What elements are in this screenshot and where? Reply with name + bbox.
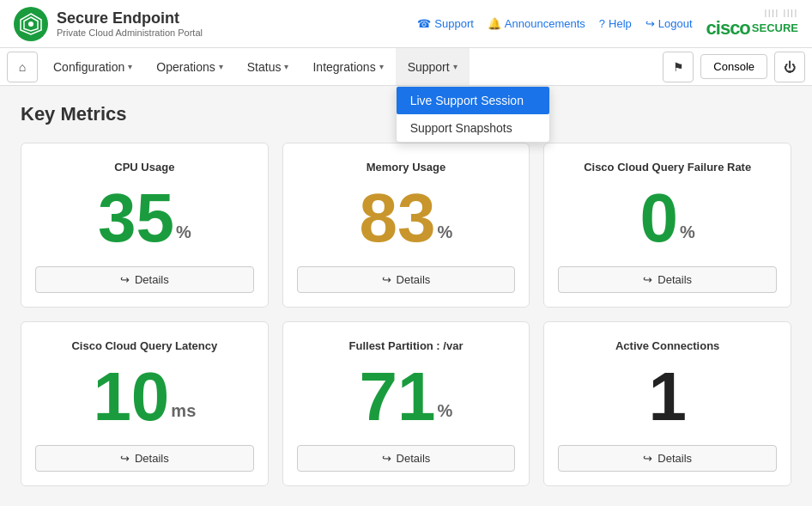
- svg-point-2: [28, 21, 33, 27]
- metric-card: Fullest Partition : /var 71 % ↪ Details: [282, 321, 530, 486]
- live-support-session-item[interactable]: Live Support Session: [397, 87, 549, 114]
- details-label: Details: [657, 452, 692, 465]
- support-dropdown: Live Support Session Support Snapshots: [396, 86, 550, 143]
- nav-operations[interactable]: Operations ▾: [144, 48, 234, 85]
- page-content: Key Metrics CPU Usage 35 % ↪ Details Mem…: [0, 86, 812, 503]
- share-icon: ↪: [382, 452, 391, 465]
- metric-title: Cisco Cloud Query Latency: [71, 339, 217, 352]
- nav-configuration[interactable]: Configuration ▾: [41, 48, 144, 85]
- metric-card: CPU Usage 35 % ↪ Details: [21, 143, 269, 308]
- metric-title: Fullest Partition : /var: [349, 339, 464, 352]
- metric-value: 1: [648, 363, 687, 431]
- metric-unit: ms: [171, 401, 196, 421]
- brand-logo: [14, 7, 48, 41]
- metric-title: Active Connections: [615, 339, 719, 352]
- flag-icon: ⚑: [673, 60, 684, 74]
- logout-link[interactable]: ↪ Logout: [645, 17, 693, 30]
- metric-value: 10: [93, 363, 169, 431]
- cisco-dots: |||| ||||: [765, 9, 798, 17]
- metric-value: 83: [360, 184, 436, 253]
- metric-unit: %: [176, 223, 191, 242]
- support-link[interactable]: ☎ Support: [417, 17, 474, 30]
- flag-button[interactable]: ⚑: [663, 52, 694, 82]
- power-button[interactable]: ⏻: [774, 52, 805, 82]
- metric-value-row: 1: [648, 363, 687, 431]
- details-button[interactable]: ↪ Details: [35, 445, 254, 472]
- share-icon: ↪: [382, 273, 391, 286]
- metric-title: Cisco Cloud Query Failure Rate: [584, 161, 751, 174]
- details-label: Details: [397, 273, 431, 286]
- brand-title: Secure Endpoint: [57, 9, 203, 27]
- nav-support[interactable]: Support ▾ Live Support Session Support S…: [396, 48, 470, 85]
- metric-title: Memory Usage: [367, 161, 445, 174]
- cisco-logo: |||| |||| cisco SECURE: [706, 9, 798, 40]
- share-icon: ↪: [120, 452, 130, 465]
- metric-card: Memory Usage 83 % ↪ Details: [282, 143, 530, 308]
- chevron-down-icon: ▾: [284, 62, 288, 71]
- metric-unit: %: [680, 223, 695, 242]
- metric-value-row: 0 %: [640, 184, 695, 253]
- metric-card: Cisco Cloud Query Latency 10 ms ↪ Detail…: [21, 321, 269, 486]
- metric-value: 0: [640, 184, 679, 253]
- logout-icon: ↪: [645, 17, 655, 30]
- power-icon: ⏻: [784, 60, 796, 74]
- share-icon: ↪: [643, 273, 652, 286]
- metric-card: Active Connections 1 ↪ Details: [543, 321, 791, 486]
- metric-value: 71: [360, 363, 436, 431]
- details-label: Details: [135, 273, 169, 286]
- chevron-down-icon: ▾: [128, 62, 132, 71]
- metric-card: Cisco Cloud Query Failure Rate 0 % ↪ Det…: [543, 143, 791, 308]
- nav-integrations[interactable]: Integrations ▾: [300, 48, 395, 85]
- details-label: Details: [397, 452, 431, 465]
- top-bar: Secure Endpoint Private Cloud Administra…: [0, 0, 812, 48]
- details-button[interactable]: ↪ Details: [558, 266, 777, 293]
- brand: Secure Endpoint Private Cloud Administra…: [14, 7, 203, 41]
- support-snapshots-item[interactable]: Support Snapshots: [397, 114, 549, 142]
- bell-icon: 🔔: [488, 17, 501, 30]
- details-button[interactable]: ↪ Details: [558, 445, 777, 472]
- phone-icon: ☎: [417, 17, 431, 30]
- brand-text: Secure Endpoint Private Cloud Administra…: [57, 9, 203, 38]
- top-nav: ☎ Support 🔔 Announcements ? Help ↪ Logou…: [417, 9, 798, 40]
- metrics-grid: CPU Usage 35 % ↪ Details Memory Usage 83…: [21, 143, 791, 486]
- nav-right: ⚑ Console ⏻: [663, 52, 805, 82]
- share-icon: ↪: [643, 452, 652, 465]
- help-link[interactable]: ? Help: [599, 17, 632, 30]
- brand-subtitle: Private Cloud Administration Portal: [57, 27, 203, 38]
- metric-value-row: 71 %: [360, 363, 453, 431]
- chevron-down-icon: ▾: [379, 62, 384, 71]
- chevron-down-icon: ▾: [219, 62, 223, 71]
- details-button[interactable]: ↪ Details: [35, 266, 254, 293]
- metric-unit: %: [438, 223, 453, 242]
- metric-value-row: 35 %: [98, 184, 191, 253]
- share-icon: ↪: [120, 273, 130, 286]
- metric-value-row: 83 %: [360, 184, 453, 253]
- nav-bar: ⌂ Configuration ▾ Operations ▾ Status ▾ …: [0, 48, 812, 86]
- secure-text: SECURE: [752, 21, 798, 34]
- metric-value-row: 10 ms: [93, 363, 196, 431]
- help-icon: ?: [599, 17, 605, 30]
- metric-unit: %: [438, 401, 453, 421]
- details-button[interactable]: ↪ Details: [297, 266, 516, 293]
- announcements-link[interactable]: 🔔 Announcements: [488, 17, 585, 30]
- details-button[interactable]: ↪ Details: [297, 445, 516, 472]
- nav-items: Configuration ▾ Operations ▾ Status ▾ In…: [41, 48, 470, 85]
- metric-value: 35: [98, 184, 174, 253]
- details-label: Details: [135, 452, 169, 465]
- cisco-text: cisco: [706, 17, 750, 40]
- chevron-down-icon: ▾: [453, 62, 458, 71]
- details-label: Details: [657, 273, 692, 286]
- nav-status[interactable]: Status ▾: [235, 48, 301, 85]
- home-button[interactable]: ⌂: [7, 52, 38, 82]
- metric-title: CPU Usage: [114, 161, 174, 174]
- home-icon: ⌂: [19, 60, 26, 74]
- console-button[interactable]: Console: [700, 54, 767, 79]
